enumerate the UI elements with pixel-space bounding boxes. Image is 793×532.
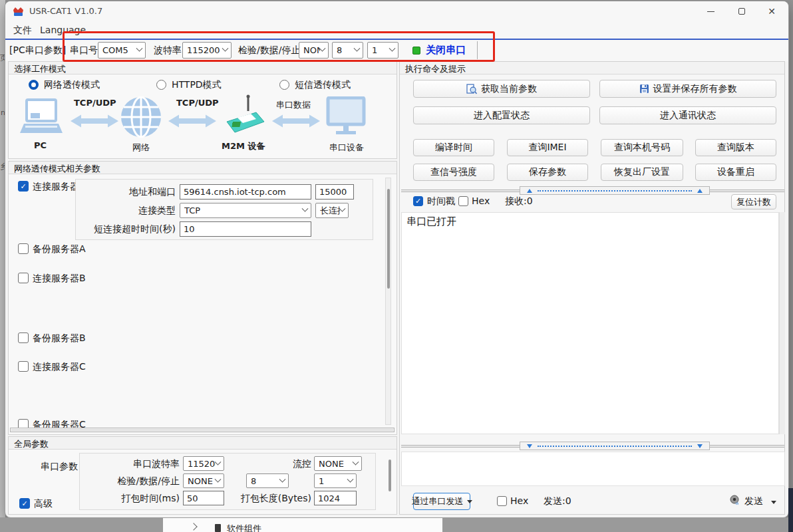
flow-select[interactable]: NONE: [314, 456, 362, 471]
diagram-net-label: 网络: [132, 142, 150, 154]
backup-b-checkbox[interactable]: [18, 332, 29, 343]
server-a-address-value: 59614.cnsh.iot-tcp.com: [184, 187, 286, 197]
close-button[interactable]: [756, 1, 787, 21]
search-doc-icon: [466, 84, 477, 94]
backup-a-checkbox[interactable]: [18, 243, 29, 254]
server-b-label: 连接服务器B: [33, 273, 86, 285]
query-number-label: 查询本机号码: [614, 142, 670, 154]
reset-count-button[interactable]: 复位计数: [731, 194, 776, 209]
query-signal-button[interactable]: 查信号强度: [413, 164, 494, 181]
monitor-icon: [325, 96, 367, 138]
factory-reset-button[interactable]: 恢复出厂设置: [601, 164, 683, 181]
menu-file[interactable]: 文件: [11, 24, 35, 37]
send-hex-checkbox[interactable]: [497, 496, 507, 506]
left-panel: 选择工作模式 网络透传模式 HTTPD模式 短信透传模式 PC TCP/UDP: [8, 61, 397, 515]
receive-textarea[interactable]: 串口已打开: [401, 212, 779, 434]
keepalive-value: 长连接: [320, 205, 340, 217]
chevron-down-icon: [302, 205, 309, 212]
query-version-button[interactable]: 查询版本: [695, 139, 776, 156]
work-mode-title: 选择工作模式: [9, 62, 397, 74]
set-save-all-button[interactable]: 设置并保存所有参数: [599, 80, 776, 98]
server-a-port-input[interactable]: 15000: [315, 184, 354, 200]
net-params-hscrollbar[interactable]: [10, 428, 395, 432]
recv-hex-label: Hex: [472, 196, 490, 206]
bidirectional-arrow-icon: [272, 112, 320, 130]
packlen-input[interactable]: 1024: [314, 491, 357, 505]
command-panel-title: 执行命令及提示: [400, 62, 784, 74]
compile-time-button[interactable]: 编译时间: [413, 139, 494, 156]
component-icon: [215, 524, 221, 532]
chevron-down-icon: [215, 475, 222, 482]
scrollbar-thumb[interactable]: [387, 189, 390, 289]
app-logo-icon: [13, 6, 24, 17]
g-parity-select[interactable]: NONE: [183, 473, 224, 488]
advanced-checkbox[interactable]: [19, 498, 30, 509]
scrollbar-thumb[interactable]: [389, 460, 391, 491]
splitter-handle-bottom[interactable]: [520, 442, 710, 450]
background-left-sliver: 页 n 乡: [0, 0, 5, 532]
radio-httpd-mode[interactable]: [156, 80, 166, 90]
command-panel: 执行命令及提示 获取当前参数 设置并保存所有参数 进入配置状态 进入通讯状态 编…: [399, 61, 785, 515]
collapse-up-icon: [697, 189, 703, 193]
send-textarea[interactable]: [401, 452, 785, 486]
server-a-checkbox[interactable]: [18, 181, 29, 192]
net-params-vscrollbar[interactable]: [385, 178, 391, 425]
recv-hex-checkbox[interactable]: [458, 196, 468, 206]
send-via-serial-button[interactable]: 通过串口发送: [413, 493, 470, 510]
backup-a-label: 备份服务器A: [33, 243, 86, 255]
serial-params-label: 串口参数: [41, 461, 78, 473]
query-imei-button[interactable]: 查询IMEI: [507, 139, 588, 156]
receive-vscrollbar[interactable]: [779, 212, 785, 434]
splitter-handle-top[interactable]: [520, 186, 710, 195]
work-mode-group: 选择工作模式 网络透传模式 HTTPD模式 短信透传模式 PC TCP/UDP: [8, 61, 397, 159]
factory-reset-label: 恢复出厂设置: [614, 166, 670, 178]
compile-time-label: 编译时间: [435, 142, 472, 154]
server-b-checkbox[interactable]: [18, 273, 29, 283]
radio-sms-passthrough[interactable]: [279, 80, 289, 90]
timeout-input[interactable]: 10: [180, 221, 311, 237]
keepalive-select[interactable]: 长连接: [315, 203, 349, 218]
net-params-title: 网络透传模式相关参数: [9, 162, 397, 174]
timeout-value: 10: [184, 224, 195, 234]
g-databits-select[interactable]: 8: [246, 473, 289, 488]
get-params-label: 获取当前参数: [481, 83, 537, 95]
g-stopbits-select[interactable]: 1: [314, 473, 357, 488]
dropdown-arrow-icon: [771, 501, 776, 504]
minimize-button[interactable]: [695, 1, 726, 21]
g-stopbits-value: 1: [319, 476, 324, 486]
chevron-down-icon: [347, 475, 354, 482]
enter-comm-label: 进入通讯状态: [660, 110, 716, 122]
g-baud-select[interactable]: 115200: [183, 456, 224, 471]
diagram-link3-label: 串口数据: [276, 99, 311, 111]
timestamp-checkbox[interactable]: [413, 196, 423, 206]
send-button[interactable]: 发送: [744, 495, 763, 507]
enter-config-button[interactable]: 进入配置状态: [413, 106, 590, 124]
title-bar: USR-CAT1 V1.0.7: [5, 1, 788, 21]
pc-serial-group-label: [PC串口参数]: [9, 45, 66, 57]
save-params-button[interactable]: 保存参数: [507, 164, 588, 181]
get-params-button[interactable]: 获取当前参数: [413, 80, 590, 98]
server-a-address-input[interactable]: 59614.cnsh.iot-tcp.com: [180, 184, 311, 200]
enter-comm-button[interactable]: 进入通讯状态: [599, 106, 776, 124]
device-restart-label: 设备重启: [717, 166, 754, 178]
maximize-button[interactable]: [726, 1, 757, 21]
app-window: USR-CAT1 V1.0.7 文件 Language [PC串口参数] 串口号…: [5, 1, 788, 517]
conn-type-select[interactable]: TCP: [180, 203, 311, 218]
query-number-button[interactable]: 查询本机号码: [601, 139, 683, 156]
splitter-dots: [538, 190, 692, 192]
diagram-serialdev-label: 串口设备: [329, 142, 364, 154]
conn-type-label: 连接类型: [79, 205, 176, 217]
query-signal-label: 查信号强度: [430, 166, 477, 178]
collapse-up-icon: [527, 189, 532, 193]
device-restart-button[interactable]: 设备重启: [695, 164, 776, 181]
packtime-input[interactable]: 50: [183, 491, 224, 505]
radio-net-passthrough[interactable]: [29, 80, 39, 90]
server-c-checkbox[interactable]: [18, 361, 29, 372]
save-params-label: 保存参数: [529, 166, 566, 178]
bidirectional-arrow-icon: [71, 112, 118, 130]
backup-b-label: 备份服务器B: [33, 332, 86, 344]
global-params-group: 全局参数 串口参数 串口波特率 115200 流控 NONE 检验/数据/停止 …: [8, 436, 397, 515]
radio-sms-passthrough-label: 短信透传模式: [295, 79, 351, 91]
chevron-down-icon: [215, 458, 222, 465]
scrollbar-thumb[interactable]: [11, 429, 393, 431]
